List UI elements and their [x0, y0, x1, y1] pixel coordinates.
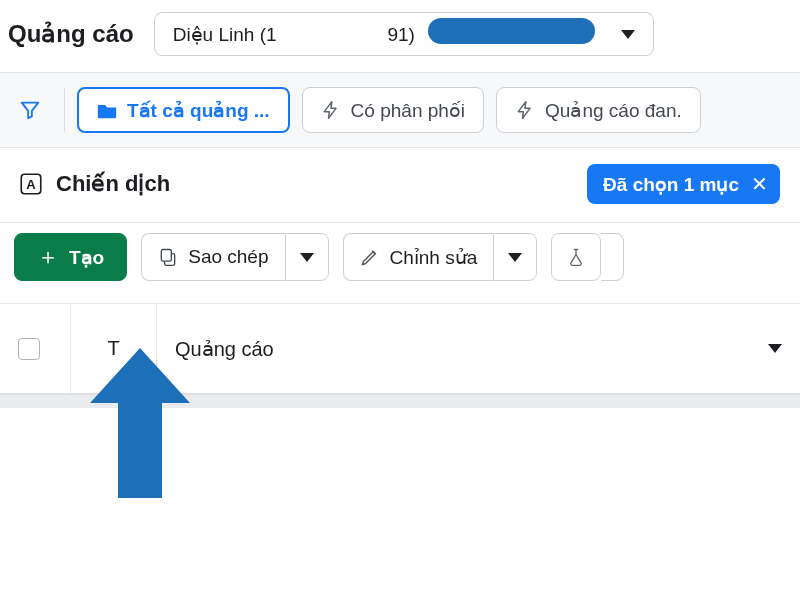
edit-split: Chỉnh sửa	[343, 233, 538, 281]
col-ad-label: Quảng cáo	[175, 337, 274, 361]
chip-label: Tất cả quảng ...	[127, 99, 270, 122]
edit-button[interactable]: Chỉnh sửa	[343, 233, 494, 281]
col-ad[interactable]: Quảng cáo	[156, 304, 800, 393]
table-header-left: A Chiến dịch	[18, 171, 170, 197]
selection-text: Đã chọn 1 mục	[603, 173, 739, 196]
chevron-down-icon	[508, 253, 522, 262]
folder-icon	[97, 101, 117, 119]
campaign-a-icon: A	[18, 171, 44, 197]
col-toggle-label: T	[107, 337, 119, 360]
edit-label: Chỉnh sửa	[390, 246, 478, 269]
copy-button[interactable]: Sao chép	[141, 233, 284, 281]
filter-row: Tất cả quảng ... Có phân phối Quảng cáo …	[0, 73, 800, 148]
create-button[interactable]: ＋ Tạo	[14, 233, 127, 281]
selection-badge: Đã chọn 1 mục ✕	[587, 164, 780, 204]
chip-label: Có phân phối	[351, 99, 465, 122]
create-label: Tạo	[69, 246, 104, 269]
copy-label: Sao chép	[188, 246, 268, 268]
account-name: Diệu Linh (1 91)	[173, 23, 415, 46]
edit-dropdown[interactable]	[493, 233, 537, 281]
chip-running-ads[interactable]: Quảng cáo đan.	[496, 87, 701, 133]
footer-strip	[0, 394, 800, 408]
copy-dropdown[interactable]	[285, 233, 329, 281]
chevron-down-icon	[621, 30, 635, 39]
chip-all-ads[interactable]: Tất cả quảng ...	[77, 87, 290, 133]
chip-has-delivery[interactable]: Có phân phối	[302, 87, 484, 133]
lightning-icon	[515, 99, 535, 121]
pencil-icon	[360, 247, 380, 267]
filter-button[interactable]	[8, 87, 52, 133]
close-icon[interactable]: ✕	[751, 174, 768, 194]
header-row: Quảng cáo Diệu Linh (1 91)	[0, 0, 800, 73]
svg-rect-3	[162, 250, 172, 262]
funnel-icon	[19, 99, 41, 121]
plus-icon: ＋	[37, 246, 59, 268]
chip-label: Quảng cáo đan.	[545, 99, 682, 122]
column-header-row: T Quảng cáo	[0, 304, 800, 394]
lab-button[interactable]	[551, 233, 601, 281]
table-header: A Chiến dịch Đã chọn 1 mục ✕	[0, 148, 800, 223]
table-title: Chiến dịch	[56, 171, 170, 197]
page-title: Quảng cáo	[8, 20, 134, 48]
copy-icon	[158, 246, 178, 268]
flask-icon	[566, 246, 586, 268]
account-dropdown[interactable]: Diệu Linh (1 91)	[154, 12, 654, 56]
chevron-down-icon	[768, 344, 782, 353]
copy-split: Sao chép	[141, 233, 328, 281]
select-all-checkbox[interactable]	[18, 338, 40, 360]
svg-text:A: A	[26, 177, 36, 192]
action-toolbar: ＋ Tạo Sao chép Chỉnh sửa	[0, 223, 800, 304]
redaction-pill	[428, 18, 595, 44]
more-button[interactable]	[601, 233, 624, 281]
chevron-down-icon	[300, 253, 314, 262]
col-toggle[interactable]: T	[70, 304, 156, 393]
divider	[64, 88, 65, 132]
lightning-icon	[321, 99, 341, 121]
